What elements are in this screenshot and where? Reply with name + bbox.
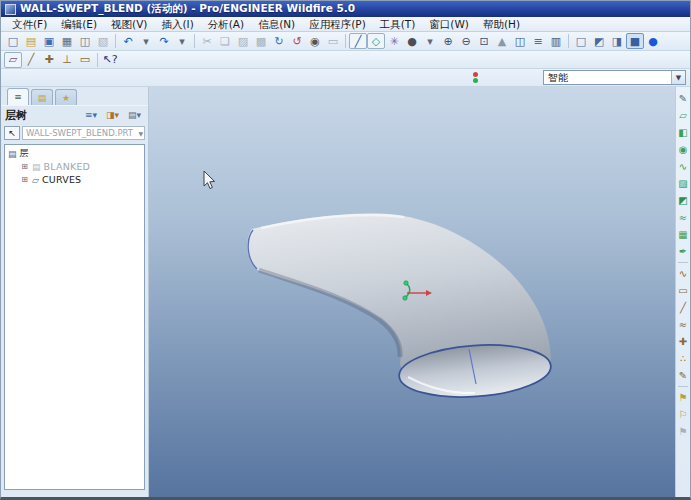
datum-curve-icon[interactable]: ∿ (676, 265, 690, 282)
spin-center-ball-icon[interactable]: ● (644, 33, 662, 49)
expand-icon[interactable]: ⊞ (20, 162, 29, 171)
new-file-icon[interactable]: □ (4, 33, 22, 49)
style-tool-icon[interactable]: ✒ (676, 243, 690, 260)
flag-note-icon[interactable]: ⚑ (676, 389, 690, 406)
favorites-tab[interactable]: ★ (55, 89, 77, 105)
main-area: ≡▤★ 层树 ≡▾◨▾▤▾ ↖ WALL-SWEPT_BLEND.PRT ▼ ▤… (1, 87, 690, 497)
sketch-tool-icon[interactable]: ✎ (676, 90, 690, 107)
revolve-tool-icon[interactable]: ◉ (676, 141, 690, 158)
annotation-display-icon[interactable]: ▭ (76, 52, 94, 68)
menu-analysis[interactable]: 分析(A) (201, 17, 251, 32)
context-help-icon[interactable]: ↖? (101, 52, 119, 68)
find-icon[interactable]: ◉ (306, 33, 324, 49)
tree-row-root[interactable]: ▤ 层 (8, 147, 144, 160)
redraw-icon[interactable]: ╱ (349, 33, 367, 49)
selection-filter-value: 智能 (548, 71, 568, 85)
plane-display-icon[interactable]: ▱ (4, 52, 22, 68)
regenerate-manager-icon[interactable]: ↺ (288, 33, 306, 49)
sweep-tool-icon[interactable]: ∿ (676, 158, 690, 175)
layers-toggle-icon[interactable]: ≡ (529, 33, 547, 49)
paste-icon[interactable]: ▨ (234, 33, 252, 49)
menu-info[interactable]: 信息(N) (251, 17, 302, 32)
axis-display-icon[interactable]: ╱ (22, 52, 40, 68)
blend-tool-icon[interactable]: ▨ (676, 175, 690, 192)
tree-row-curves[interactable]: ⊞ ▱ CURVES (8, 173, 144, 186)
menu-window[interactable]: 窗口(W) (422, 17, 476, 32)
menu-help[interactable]: 帮助(H) (476, 17, 527, 32)
menu-edit[interactable]: 编辑(E) (54, 17, 104, 32)
redo-dropdown-icon[interactable]: ▾ (173, 33, 191, 49)
navigator-tabs: ≡▤★ (1, 87, 148, 105)
menu-insert[interactable]: 插入(I) (154, 17, 200, 32)
feature-toolbar: ✎▱◧◉∿▨◩≈▦✒∿▭╱≈✚∴✎⚑⚐⚑ (675, 87, 690, 497)
shaded-display-icon[interactable]: ■ (626, 33, 644, 49)
redo-icon[interactable]: ↷ (155, 33, 173, 49)
menu-view[interactable]: 视图(V) (104, 17, 154, 32)
print-preview-icon[interactable]: ◫ (76, 33, 94, 49)
point-array-icon[interactable]: ∴ (676, 350, 690, 367)
datum-point-icon[interactable]: ✚ (676, 333, 690, 350)
boundary-blend-tool-icon[interactable]: ▦ (676, 226, 690, 243)
active-model-picker-button[interactable]: ↖ (4, 126, 20, 140)
print-icon[interactable]: ▦ (58, 33, 76, 49)
tree-row-blanked[interactable]: ⊞ ▤ BLANKED (8, 160, 144, 173)
zoom-out-icon[interactable]: ⊖ (457, 33, 475, 49)
expand-icon[interactable]: ⊞ (20, 175, 29, 184)
select-box-icon[interactable]: ▭ (324, 33, 342, 49)
menu-tools[interactable]: 工具(T) (373, 17, 423, 32)
datum-plane-tool-icon[interactable]: ▱ (676, 107, 690, 124)
extrude-tool-icon[interactable]: ◧ (676, 124, 690, 141)
menu-file[interactable]: 文件(F) (5, 17, 54, 32)
layer-label-curves: CURVES (42, 174, 81, 185)
view-manager-icon[interactable]: ▥ (547, 33, 565, 49)
layer-stack-menu-button[interactable]: ≡▾ (82, 108, 100, 122)
zoom-in-icon[interactable]: ⊕ (439, 33, 457, 49)
sphere-dropdown-icon[interactable]: ▾ (421, 33, 439, 49)
copy-icon[interactable]: ❏ (216, 33, 234, 49)
datum-display-icon[interactable]: ◇ (367, 33, 385, 49)
active-model-row: ↖ WALL-SWEPT_BLEND.PRT ▼ (1, 124, 148, 142)
publish-icon[interactable]: ▧ (94, 33, 112, 49)
csys-display-icon[interactable]: ⊥ (58, 52, 76, 68)
orient-mode-icon[interactable]: ▲ (493, 33, 511, 49)
hidden-line-display-icon[interactable]: ◩ (590, 33, 608, 49)
save-icon[interactable]: ▣ (40, 33, 58, 49)
swept-blend-tool-icon[interactable]: ◩ (676, 192, 690, 209)
layers-root-icon: ▤ (8, 149, 17, 159)
model-tree-tab[interactable]: ≡ (7, 88, 29, 105)
point-display-icon[interactable]: ✚ (40, 52, 58, 68)
flag-hidden-icon[interactable]: ⚑ (676, 423, 690, 440)
undo-icon[interactable]: ↶ (119, 33, 137, 49)
sketch-line-icon[interactable]: ╱ (676, 299, 690, 316)
spin-center-toggle-icon[interactable]: ✳ (385, 33, 403, 49)
main-toolbar: □▤▣▦◫▧↶▾↷▾✂❏▨▩↻↺◉▭╱◇✳●▾⊕⊖⊡▲◫≡▥□◩◨■● (1, 32, 690, 51)
paste-special-icon[interactable]: ▩ (252, 33, 270, 49)
selection-filter-combo[interactable]: 智能 ▼ (543, 70, 686, 85)
layer-display-menu-button[interactable]: ◨▾ (103, 108, 122, 122)
layer-settings-menu-button[interactable]: ▤▾ (125, 108, 144, 122)
wireframe-display-icon[interactable]: □ (572, 33, 590, 49)
regenerate-icon[interactable]: ↻ (270, 33, 288, 49)
helical-sweep-tool-icon[interactable]: ≈ (676, 209, 690, 226)
open-file-icon[interactable]: ▤ (22, 33, 40, 49)
undo-dropdown-icon[interactable]: ▾ (137, 33, 155, 49)
viewport[interactable] (149, 87, 675, 497)
toolbar-separator (568, 34, 569, 48)
sketch-rect-icon[interactable]: ▭ (676, 282, 690, 299)
spline-icon[interactable]: ≈ (676, 316, 690, 333)
shaded-sphere-icon[interactable]: ● (403, 33, 421, 49)
flag-view-icon[interactable]: ⚐ (676, 406, 690, 423)
no-hidden-display-icon[interactable]: ◨ (608, 33, 626, 49)
toolbar-separator (97, 53, 98, 67)
menu-bar: 文件(F)编辑(E)视图(V)插入(I)分析(A)信息(N)应用程序(P)工具(… (1, 17, 690, 32)
cut-icon[interactable]: ✂ (198, 33, 216, 49)
curve-edit-icon[interactable]: ✎ (676, 367, 690, 384)
chevron-down-icon[interactable]: ▼ (138, 130, 143, 137)
folder-browser-tab[interactable]: ▤ (31, 89, 53, 105)
refit-icon[interactable]: ⊡ (475, 33, 493, 49)
menu-applications[interactable]: 应用程序(P) (302, 17, 373, 32)
chevron-down-icon[interactable]: ▼ (671, 71, 685, 84)
active-model-combo[interactable]: WALL-SWEPT_BLEND.PRT ▼ (22, 126, 145, 140)
saved-views-icon[interactable]: ◫ (511, 33, 529, 49)
layer-label-blanked: BLANKED (44, 161, 91, 172)
